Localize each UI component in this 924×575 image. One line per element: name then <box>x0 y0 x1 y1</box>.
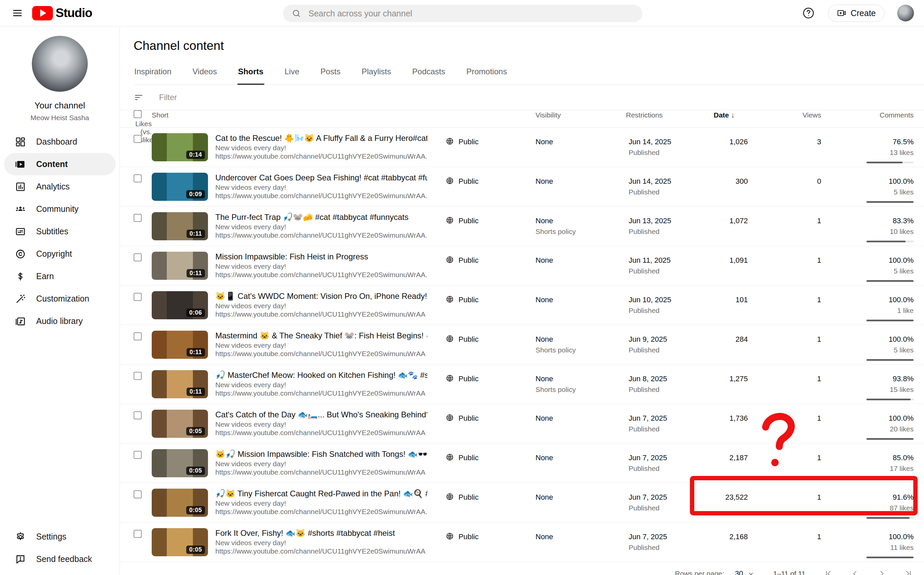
previous-page-icon[interactable] <box>850 569 860 575</box>
row-checkbox[interactable] <box>134 332 142 340</box>
header-date[interactable]: Date↓ <box>703 111 748 119</box>
video-thumbnail[interactable]: 0:05 <box>152 410 208 438</box>
sidebar-item-community[interactable]: Community <box>4 198 116 220</box>
views-value: 1,072 <box>703 206 748 246</box>
restrictions-policy: Shorts policy <box>535 386 618 394</box>
page-title: Channel content <box>134 39 924 53</box>
account-avatar[interactable] <box>897 5 914 21</box>
video-thumbnail[interactable]: 0:11 <box>152 331 208 359</box>
video-thumbnail[interactable]: 0:09 <box>152 173 208 201</box>
video-thumbnail[interactable]: 0:11 <box>152 252 208 280</box>
date-value: Jun 13, 2025 <box>629 216 703 225</box>
video-title[interactable]: 🎣🐱 Tiny Fishercat Caught Red-Pawed in th… <box>215 488 427 499</box>
create-button[interactable]: Create <box>828 5 884 22</box>
youtube-studio-logo[interactable]: Studio <box>32 6 92 21</box>
search-icon <box>292 9 301 18</box>
sidebar-item-audio-library[interactable]: Audio library <box>4 310 116 332</box>
visibility-value: Public <box>459 295 479 304</box>
video-title[interactable]: Cat to the Rescue! 🐥🌬️😺 A Fluffy Fall & … <box>215 133 427 144</box>
channel-avatar[interactable] <box>32 36 88 92</box>
row-checkbox[interactable] <box>134 451 142 459</box>
row-checkbox[interactable] <box>134 214 142 222</box>
tab-shorts[interactable]: Shorts <box>237 64 264 85</box>
visibility-value: Public <box>459 177 479 186</box>
likes-percent: 76.5% <box>821 138 914 146</box>
video-description-line2: https://www.youtube.com/channel/UCU11ghV… <box>215 429 427 437</box>
video-title[interactable]: Fork It Over, Fishy! 🐟🐱 #shorts #tabbyca… <box>215 528 427 538</box>
date-value: Jun 9, 2025 <box>629 335 703 344</box>
dashboard-icon <box>15 136 26 148</box>
sidebar-item-content[interactable]: Content <box>4 153 116 175</box>
sidebar-item-earn[interactable]: Earn <box>4 265 116 288</box>
sidebar-item-settings[interactable]: Settings <box>4 526 116 548</box>
video-title[interactable]: 🎣 MasterChef Meow: Hooked on Kitchen Fis… <box>215 370 427 381</box>
search-bar[interactable] <box>283 5 642 22</box>
views-value: 284 <box>703 325 748 364</box>
channel-title: Your channel <box>35 100 85 111</box>
last-page-icon[interactable] <box>904 569 913 575</box>
tab-playlists[interactable]: Playlists <box>361 64 392 85</box>
row-checkbox[interactable] <box>134 293 142 301</box>
rows-per-page-label: Rows per page: <box>675 570 724 575</box>
row-checkbox[interactable] <box>134 175 142 183</box>
tab-live[interactable]: Live <box>284 64 300 85</box>
restrictions-value: None <box>535 454 618 462</box>
row-checkbox[interactable] <box>134 490 142 498</box>
filter-input[interactable] <box>159 93 327 102</box>
sidebar-item-customization[interactable]: Customization <box>4 288 116 310</box>
visibility-value: Public <box>459 216 479 225</box>
header-short[interactable]: Short <box>152 111 437 119</box>
sidebar-item-dashboard[interactable]: Dashboard <box>4 130 116 153</box>
video-title[interactable]: Undercover Cat Goes Deep Sea Fishing! #c… <box>215 172 427 183</box>
video-title[interactable]: 🐱🎣 Mission Impawsible: Fish Snatched wit… <box>215 449 427 459</box>
video-description-line2: https://www.youtube.com/channel/UCU11ghV… <box>215 271 427 279</box>
comments-value: 1 <box>748 206 821 246</box>
likes-ratio-bar <box>867 201 914 203</box>
tab-promotions[interactable]: Promotions <box>466 64 508 85</box>
sidebar-item-analytics[interactable]: Analytics <box>4 175 116 198</box>
next-page-icon[interactable] <box>877 569 886 575</box>
menu-icon[interactable] <box>10 6 25 21</box>
help-icon[interactable] <box>802 6 815 20</box>
row-checkbox[interactable] <box>134 530 142 538</box>
select-all-checkbox[interactable] <box>134 110 142 118</box>
row-checkbox[interactable] <box>134 135 142 143</box>
tab-videos[interactable]: Videos <box>192 64 218 85</box>
video-thumbnail[interactable]: 0:11 <box>152 212 208 240</box>
first-page-icon[interactable] <box>824 569 833 575</box>
header-views[interactable]: Views <box>748 111 821 119</box>
comments-value: 1 <box>748 325 821 364</box>
sidebar-item-send-feedback[interactable]: Send feedback <box>4 548 116 570</box>
copyright-icon <box>15 248 26 260</box>
video-thumbnail[interactable]: 0:05 <box>152 528 208 556</box>
video-title[interactable]: 🐱📱 Cat's WWDC Moment: Vision Pro On, iPh… <box>215 291 427 302</box>
feedback-icon <box>15 554 26 565</box>
filter-icon[interactable] <box>134 92 144 102</box>
video-title[interactable]: Mission Impawsible: Fish Heist in Progre… <box>215 251 427 262</box>
search-input[interactable] <box>309 9 634 18</box>
date-status: Published <box>629 267 703 275</box>
video-thumbnail[interactable]: 0:11 <box>152 370 208 398</box>
row-checkbox[interactable] <box>134 253 142 261</box>
video-thumbnail[interactable]: 0:14 <box>152 133 208 161</box>
likes-ratio-bar <box>867 162 914 163</box>
video-title[interactable]: Cat's Catch of the Day 🐟🛏️... But Who's … <box>215 409 427 420</box>
video-thumbnail[interactable]: 0:06 <box>152 291 208 319</box>
row-checkbox[interactable] <box>134 411 142 419</box>
header-restrictions[interactable]: Restrictions <box>618 111 703 119</box>
header-visibility[interactable]: Visibility <box>527 111 618 119</box>
restrictions-policy: Shorts policy <box>535 227 618 236</box>
header-comments[interactable]: Comments <box>821 111 914 119</box>
rows-per-page-select[interactable]: 30 <box>735 569 755 575</box>
video-thumbnail[interactable]: 0:05 <box>152 449 208 477</box>
likes-ratio-fill <box>867 359 914 361</box>
video-title[interactable]: Mastermind 🐱 & The Sneaky Thief 🐭: Fish … <box>215 330 427 341</box>
tab-podcasts[interactable]: Podcasts <box>412 64 446 85</box>
tab-inspiration[interactable]: Inspiration <box>134 64 172 85</box>
row-checkbox[interactable] <box>134 372 142 380</box>
video-title[interactable]: The Purr-fect Trap 🎣🐭🧀 #cat #tabbycat #f… <box>215 212 427 222</box>
sidebar-item-copyright[interactable]: Copyright <box>4 243 116 265</box>
sidebar-item-subtitles[interactable]: Subtitles <box>4 220 116 243</box>
video-thumbnail[interactable]: 0:05 <box>152 489 208 517</box>
tab-posts[interactable]: Posts <box>320 64 341 85</box>
